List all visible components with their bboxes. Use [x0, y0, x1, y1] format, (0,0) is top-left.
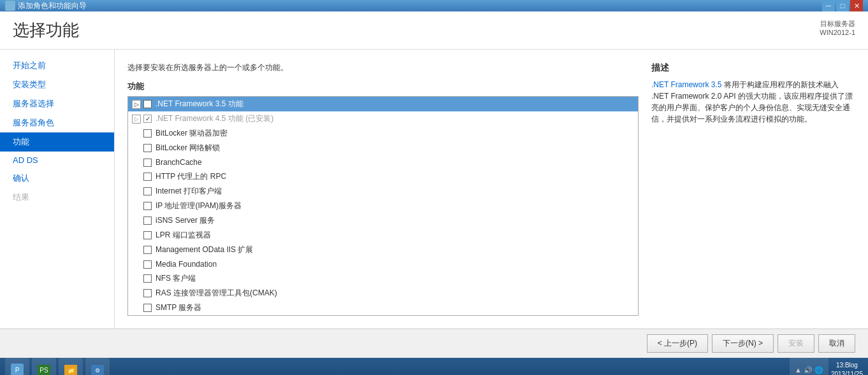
feature-label: Management OData IIS 扩展 — [156, 244, 253, 255]
page-title: 选择功能 — [13, 19, 79, 41]
sidebar-item-features[interactable]: 功能 — [0, 132, 114, 152]
taskbar-right: ▲ 🔊 🌐 13:Blog 2013/11/25 — [790, 358, 863, 375]
feature-checkbox[interactable] — [143, 159, 152, 167]
taskbar-left: P PS 📁 ⚙ — [5, 358, 110, 375]
framework-link[interactable]: .NET Framework 3.5 — [651, 80, 721, 89]
feature-checkbox[interactable] — [143, 246, 152, 254]
maximize-button[interactable]: □ — [836, 0, 849, 11]
description-title: 描述 — [651, 62, 855, 74]
sidebar: 开始之前 安装类型 服务器选择 服务器角色 功能 AD DS 确认 结果 — [0, 50, 115, 329]
taskbar-icon-3[interactable]: 📁 — [59, 358, 83, 375]
window-title: 添加角色和功能向导 — [18, 1, 87, 11]
page-header: 选择功能 目标服务器 WIN2012-1 — [0, 11, 868, 50]
feature-item[interactable]: LPR 端口监视器 — [128, 228, 638, 243]
prev-button[interactable]: < 上一步(P) — [647, 334, 708, 353]
time-display: 13:Blog 2013/11/25 — [831, 361, 863, 375]
cancel-button[interactable]: 取消 — [818, 334, 855, 353]
feature-item[interactable]: RAS 连接管理器管理工具包(CMAK) — [128, 286, 638, 301]
app-icon — [5, 1, 15, 11]
close-button[interactable]: ✕ — [850, 0, 863, 11]
taskbar: P PS 📁 ⚙ ▲ 🔊 🌐 13:Blog 2013/11/25 — [0, 358, 868, 375]
feature-checkbox[interactable] — [143, 144, 152, 152]
feature-item[interactable]: Management OData IIS 扩展 — [128, 243, 638, 257]
expand-icon[interactable]: ▷ — [132, 115, 141, 124]
feature-item[interactable]: SMTP 服务器 — [128, 301, 638, 315]
features-panel: 选择要安装在所选服务器上的一个或多个功能。 功能 ▷ .NET Framewor… — [127, 62, 639, 316]
feature-item[interactable]: Internet 打印客户端 — [128, 184, 638, 199]
feature-checkbox[interactable] — [143, 216, 152, 225]
feature-label: NFS 客户端 — [156, 273, 196, 284]
feature-checkbox[interactable] — [143, 173, 152, 181]
server-name: WIN2012-1 — [820, 29, 855, 36]
description-content: .NET Framework 3.5 将用于构建应用程序的新技术融入 .NET … — [651, 79, 855, 125]
sidebar-item-install-type[interactable]: 安装类型 — [0, 75, 114, 94]
svg-text:⚙: ⚙ — [95, 367, 100, 374]
feature-label: Media Foundation — [156, 260, 217, 269]
feature-checkbox[interactable] — [143, 202, 152, 210]
feature-item[interactable]: BitLocker 驱动器加密 — [128, 126, 638, 141]
feature-checkbox[interactable] — [143, 129, 152, 138]
feature-item[interactable]: BitLocker 网络解锁 — [128, 141, 638, 155]
feature-item[interactable]: ▷ .NET Framework 3.5 功能 — [128, 97, 638, 111]
feature-checkbox[interactable] — [143, 260, 152, 269]
feature-label: .NET Framework 3.5 功能 — [156, 99, 243, 110]
next-button[interactable]: 下一步(N) > — [712, 334, 774, 353]
feature-item[interactable]: Media Foundation — [128, 257, 638, 271]
minimize-button[interactable]: ─ — [822, 0, 835, 11]
sidebar-item-confirm[interactable]: 确认 — [0, 169, 114, 188]
main-window: 选择功能 目标服务器 WIN2012-1 开始之前 安装类型 服务器选择 服务器… — [0, 11, 868, 358]
feature-label: RAS 连接管理器管理工具包(CMAK) — [156, 288, 277, 299]
server-info: 目标服务器 WIN2012-1 — [820, 19, 855, 36]
svg-text:P: P — [15, 367, 20, 374]
features-label: 功能 — [127, 81, 639, 92]
feature-checkbox[interactable] — [143, 304, 152, 312]
sidebar-item-server-roles[interactable]: 服务器角色 — [0, 113, 114, 132]
sys-tray: ▲ 🔊 🌐 — [790, 358, 828, 375]
server-label: 目标服务器 — [820, 19, 855, 29]
instruction-text: 选择要安装在所选服务器上的一个或多个功能。 — [127, 62, 639, 73]
feature-label: BranchCache — [156, 158, 202, 167]
date: 2013/11/25 — [831, 370, 863, 375]
taskbar-icon-2[interactable]: PS — [32, 358, 56, 375]
feature-checkbox[interactable] — [143, 100, 152, 108]
svg-text:PS: PS — [40, 367, 48, 374]
feature-item[interactable]: iSNS Server 服务 — [128, 213, 638, 228]
content-area: 开始之前 安装类型 服务器选择 服务器角色 功能 AD DS 确认 结果 选择要… — [0, 50, 868, 329]
title-bar-left: 添加角色和功能向导 — [5, 1, 87, 11]
feature-checkbox[interactable] — [143, 274, 152, 283]
feature-checkbox[interactable] — [143, 187, 152, 195]
feature-label: IP 地址管理(IPAM)服务器 — [156, 201, 242, 211]
feature-label: .NET Framework 4.5 功能 (已安装) — [156, 113, 273, 124]
feature-label: BitLocker 网络解锁 — [156, 143, 220, 153]
expand-icon[interactable]: ▷ — [132, 100, 141, 109]
features-list-container: ▷ .NET Framework 3.5 功能 ▷ .NET Framework… — [127, 96, 639, 316]
feature-item[interactable]: NFS 客户端 — [128, 271, 638, 286]
feature-checkbox[interactable] — [143, 231, 152, 239]
feature-checkbox[interactable] — [143, 115, 152, 123]
title-bar: 添加角色和功能向导 ─ □ ✕ — [0, 0, 868, 11]
footer: < 上一步(P) 下一步(N) > 安装 取消 — [0, 329, 868, 358]
taskbar-icon-4[interactable]: ⚙ — [85, 358, 110, 375]
features-list[interactable]: ▷ .NET Framework 3.5 功能 ▷ .NET Framework… — [128, 97, 638, 315]
feature-item[interactable]: HTTP 代理上的 RPC — [128, 169, 638, 184]
svg-text:📁: 📁 — [68, 367, 75, 374]
description-panel: 描述 .NET Framework 3.5 将用于构建应用程序的新技术融入 .N… — [651, 62, 855, 316]
time: 13:Blog — [831, 361, 863, 370]
feature-label: LPR 端口监视器 — [156, 230, 211, 241]
feature-label: Internet 打印客户端 — [156, 186, 222, 197]
taskbar-icon-1[interactable]: P — [5, 358, 29, 375]
feature-item[interactable]: BranchCache — [128, 155, 638, 169]
tray-icons: ▲ 🔊 🌐 — [795, 366, 823, 374]
feature-label: SMTP 服务器 — [156, 302, 201, 313]
main-content: 选择要安装在所选服务器上的一个或多个功能。 功能 ▷ .NET Framewor… — [115, 50, 868, 329]
feature-label: HTTP 代理上的 RPC — [156, 171, 226, 182]
feature-item[interactable]: ▷ .NET Framework 4.5 功能 (已安装) — [128, 111, 638, 126]
sidebar-item-server-select[interactable]: 服务器选择 — [0, 94, 114, 113]
sidebar-item-before-start[interactable]: 开始之前 — [0, 56, 114, 75]
title-controls: ─ □ ✕ — [822, 0, 863, 11]
install-button[interactable]: 安装 — [778, 334, 814, 353]
sidebar-item-results: 结果 — [0, 188, 114, 207]
sidebar-item-adds[interactable]: AD DS — [0, 152, 114, 169]
feature-checkbox[interactable] — [143, 289, 152, 297]
feature-item[interactable]: IP 地址管理(IPAM)服务器 — [128, 199, 638, 213]
